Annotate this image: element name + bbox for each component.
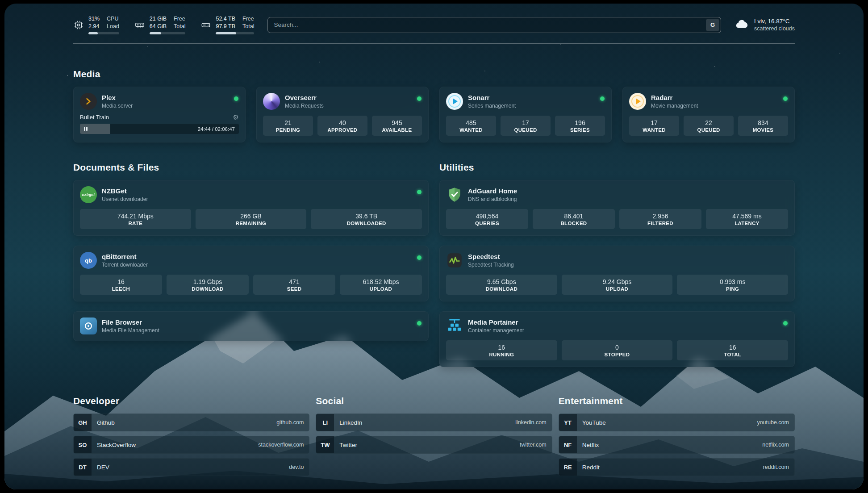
media-grid: Plex Media server Bullet Train ⚙ 24:44 /… bbox=[73, 87, 795, 142]
radarr-stat-wanted: 17 WANTED bbox=[629, 116, 679, 136]
radarr-icon bbox=[629, 93, 646, 110]
portainer-stat-total: 16 TOTAL bbox=[677, 340, 788, 360]
topbar: 31% 2.94 CPU Load bbox=[73, 15, 795, 34]
ram-progress-bar bbox=[150, 32, 186, 34]
radarr-stat-movies: 834 MOVIES bbox=[738, 116, 788, 136]
disk-metric: 52.4 TB 97.9 TB Free Total bbox=[200, 15, 254, 34]
adguard-shield-icon bbox=[446, 186, 463, 203]
dev-icon: DT bbox=[74, 459, 92, 476]
speedtest-stat-ping: 0.993 ms PING bbox=[677, 275, 788, 295]
section-title-social: Social bbox=[316, 396, 552, 406]
ram-total-label: Total bbox=[174, 23, 185, 30]
stackoverflow-icon: SO bbox=[74, 436, 92, 453]
app-card-portainer[interactable]: Media Portainer Container management 16 … bbox=[439, 311, 795, 367]
app-name: File Browser bbox=[102, 318, 159, 326]
portainer-stat-stopped: 0 STOPPED bbox=[562, 340, 673, 360]
app-subtitle: Speedtest Tracking bbox=[468, 262, 514, 268]
status-dot bbox=[417, 255, 421, 260]
app-card-sonarr[interactable]: Sonarr Series management 485 WANTED 17 Q… bbox=[439, 87, 612, 142]
status-dot bbox=[234, 96, 238, 101]
app-card-radarr[interactable]: Radarr Movie management 17 WANTED 22 QUE… bbox=[622, 87, 795, 142]
nzbget-icon: nzbget bbox=[80, 186, 97, 203]
app-card-speedtest[interactable]: Speedtest Speedtest Tracking 9.65 Gbps D… bbox=[439, 246, 795, 301]
app-card-adguard[interactable]: AdGuard Home DNS and adblocking 498,564 … bbox=[439, 180, 795, 236]
status-dot bbox=[417, 96, 421, 101]
app-name: AdGuard Home bbox=[468, 187, 517, 195]
twitter-icon: TW bbox=[316, 436, 334, 453]
search-bar: G bbox=[267, 17, 721, 33]
portainer-stat-running: 16 RUNNING bbox=[446, 340, 557, 360]
adguard-stat-blocked: 86,401 BLOCKED bbox=[533, 209, 615, 229]
topbar-divider bbox=[73, 43, 795, 44]
weather-condition: scattered clouds bbox=[754, 25, 795, 32]
reddit-icon: RE bbox=[559, 459, 577, 476]
bookmark-dev[interactable]: DT DEV dev.to bbox=[73, 458, 309, 476]
section-title-utilities: Utilities bbox=[439, 162, 795, 173]
system-metrics: 31% 2.94 CPU Load bbox=[73, 15, 254, 34]
app-name: Radarr bbox=[651, 94, 698, 102]
app-name: Media Portainer bbox=[468, 318, 524, 326]
radarr-stat-queued: 22 QUEUED bbox=[684, 116, 734, 136]
ram-free-label: Free bbox=[174, 15, 185, 23]
search-engine-button[interactable]: G bbox=[706, 19, 719, 31]
bookmark-stackoverflow[interactable]: SO StackOverflow stackoverflow.com bbox=[73, 436, 309, 454]
bookmark-linkedin[interactable]: LI LinkedIn linkedin.com bbox=[316, 414, 552, 431]
disk-total-label: Total bbox=[242, 23, 254, 30]
app-name: qBittorrent bbox=[102, 253, 148, 261]
bookmark-youtube[interactable]: YT YouTube youtube.com bbox=[559, 414, 795, 431]
app-subtitle: Container management bbox=[468, 327, 524, 334]
app-name: Speedtest bbox=[468, 253, 514, 261]
weather-location: Lviv, 16.87°C bbox=[754, 18, 795, 25]
sonarr-stat-queued: 17 QUEUED bbox=[501, 116, 551, 136]
nzbget-stat-remaining: 266 GB REMAINING bbox=[196, 209, 307, 229]
bookmark-reddit[interactable]: RE Reddit reddit.com bbox=[559, 458, 795, 476]
bookmark-netflix[interactable]: NF Netflix netflix.com bbox=[559, 436, 795, 454]
plex-now-playing: Bullet Train ⚙ 24:44 / 02:06:47 bbox=[80, 114, 239, 134]
documents-column: Documents & Files nzbget NZBGet Usenet d… bbox=[73, 162, 429, 341]
app-name: Plex bbox=[102, 94, 133, 102]
bookmark-group-developer: Developer GH Github github.com SO StackO… bbox=[73, 396, 309, 476]
overseerr-stat-available: 945 AVAILABLE bbox=[372, 116, 422, 136]
qbittorrent-stat-upload: 618.52 Mbps UPLOAD bbox=[340, 275, 422, 295]
playback-progress-bar[interactable]: 24:44 / 02:06:47 bbox=[80, 124, 239, 134]
app-subtitle: DNS and adblocking bbox=[468, 196, 517, 202]
cpu-progress-bar bbox=[88, 32, 119, 34]
app-card-plex[interactable]: Plex Media server Bullet Train ⚙ 24:44 /… bbox=[73, 87, 246, 142]
app-subtitle: Usenet downloader bbox=[102, 196, 148, 202]
qbittorrent-stat-download: 1.19 Gbps DOWNLOAD bbox=[167, 275, 249, 295]
qbittorrent-stat-seed: 471 SEED bbox=[253, 275, 335, 295]
app-card-overseerr[interactable]: Overseerr Media Requests 21 PENDING 40 A… bbox=[256, 87, 429, 142]
app-card-qbittorrent[interactable]: qb qBittorrent Torrent downloader 16 bbox=[73, 246, 429, 301]
gear-icon[interactable]: ⚙ bbox=[233, 114, 239, 121]
status-dot bbox=[417, 321, 421, 326]
utilities-column: Utilities bbox=[439, 162, 795, 367]
bookmark-group-social: Social LI LinkedIn linkedin.com TW Twitt… bbox=[316, 396, 552, 454]
search-input[interactable] bbox=[267, 17, 721, 33]
starfield bbox=[4, 4, 5, 4]
qbittorrent-icon: qb bbox=[80, 252, 97, 269]
bookmark-github[interactable]: GH Github github.com bbox=[73, 414, 309, 431]
status-dot bbox=[600, 96, 605, 101]
qbittorrent-stat-leech: 16 LEECH bbox=[80, 275, 162, 295]
cpu-load-label: Load bbox=[107, 23, 119, 30]
section-title-media: Media bbox=[73, 69, 795, 79]
cloud-icon bbox=[734, 17, 749, 33]
app-name: Overseerr bbox=[285, 94, 324, 102]
app-card-filebrowser[interactable]: File Browser Media File Management bbox=[73, 311, 429, 341]
adguard-stat-latency: 47.569 ms LATENCY bbox=[706, 209, 788, 229]
speedtest-stat-download: 9.65 Gbps DOWNLOAD bbox=[446, 275, 557, 295]
ram-metric: 21 GiB 64 GiB Free Total bbox=[134, 15, 186, 34]
nzbget-stat-downloaded: 39.6 TB DOWNLOADED bbox=[311, 209, 422, 229]
pause-icon[interactable] bbox=[84, 127, 88, 131]
bookmark-twitter[interactable]: TW Twitter twitter.com bbox=[316, 436, 552, 454]
filebrowser-icon bbox=[80, 318, 97, 334]
app-subtitle: Series management bbox=[468, 103, 516, 109]
sonarr-stat-wanted: 485 WANTED bbox=[446, 116, 496, 136]
two-column-area: Documents & Files nzbget NZBGet Usenet d… bbox=[73, 162, 795, 367]
section-title-developer: Developer bbox=[73, 396, 309, 406]
app-subtitle: Media Requests bbox=[285, 103, 324, 109]
adguard-stat-filtered: 2,956 FILTERED bbox=[619, 209, 701, 229]
netflix-icon: NF bbox=[559, 436, 577, 453]
app-card-nzbget[interactable]: nzbget NZBGet Usenet downloader 744.21 M… bbox=[73, 180, 429, 236]
app-subtitle: Media File Management bbox=[102, 327, 159, 334]
